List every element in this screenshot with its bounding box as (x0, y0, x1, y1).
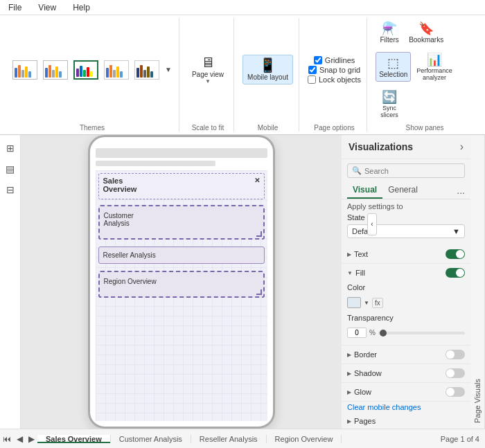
shadow-toggle[interactable] (446, 368, 465, 378)
transparency-slider[interactable] (378, 332, 465, 334)
sync-slicers-btn[interactable]: 🔄 Syncslicers (376, 87, 403, 121)
tab-sales-overview[interactable]: Sales Overview (37, 435, 111, 443)
page-visuals-label: Page Visuals (470, 135, 485, 429)
state-dropdown[interactable]: Default ▼ (347, 224, 465, 238)
shadow-section: ▶ Shadow (342, 364, 470, 383)
fill-section-header[interactable]: ▼ Fill (342, 264, 470, 282)
shadow-section-header[interactable]: ▶ Shadow (342, 364, 470, 382)
apply-settings-section: Apply settings to State Default ▼ (342, 199, 470, 245)
resize-handle[interactable] (256, 231, 262, 237)
color-dropdown-arrow[interactable]: ▼ (364, 300, 369, 306)
page-options-label: Page options (314, 121, 354, 132)
border-toggle[interactable] (446, 350, 465, 359)
theme-3-active[interactable] (72, 60, 100, 80)
panel-header: Visualizations › (342, 135, 470, 159)
fill-section-content: Color ▼ fx Transparency 0 % (342, 282, 470, 345)
search-icon: 🔍 (352, 166, 362, 175)
page-view-btn[interactable]: 🖥 Page view ▼ (188, 53, 228, 87)
page-view-label: Page view (192, 71, 224, 78)
border-section: ▶ Border (342, 346, 470, 364)
mobile-card-1[interactable]: Customer Analysis (98, 205, 265, 240)
border-section-label: ▶ Border (347, 350, 377, 359)
sidebar-icon-2[interactable]: ▤ (3, 161, 18, 177)
mobile-subbar (96, 161, 216, 166)
mobile-items: 📱 Mobile layout (242, 18, 293, 121)
mobile-layout-btn[interactable]: 📱 Mobile layout (242, 55, 293, 84)
search-box[interactable]: 🔍 (347, 163, 465, 178)
glow-toggle-knob (446, 388, 455, 396)
scale-label: Scale to fit (192, 121, 224, 132)
fill-toggle[interactable] (446, 268, 465, 278)
nav-first-btn[interactable]: ⏮ (0, 433, 14, 445)
sidebar-icon-3[interactable]: ⊟ (3, 182, 18, 197)
gridlines-label: Gridlines (325, 56, 355, 64)
resize-handle-2[interactable] (256, 289, 262, 295)
menu-help[interactable]: Help (70, 1, 93, 14)
theme-5[interactable] (133, 60, 161, 80)
bookmarks-btn[interactable]: 🔖 Bookmarks (406, 18, 446, 46)
panel-title: Visualizations (349, 141, 413, 152)
border-toggle-knob (446, 350, 455, 359)
shadow-chevron: ▶ (347, 370, 351, 377)
pages-section: ▶ Pages (342, 413, 470, 429)
lock-objects-label: Lock objects (319, 75, 361, 84)
tab-customer-analysis[interactable]: Customer Analysis (111, 435, 191, 443)
mobile-card-3[interactable]: Region Overview (98, 271, 265, 298)
nav-next-btn[interactable]: ▶ (26, 433, 37, 445)
canvas-area: Sales Overview ✕ Customer Analysis Resel… (21, 135, 342, 429)
performance-analyzer-btn[interactable]: 📊 Performanceanalyzer (414, 49, 455, 84)
color-box[interactable] (347, 297, 361, 308)
theme-1[interactable] (11, 60, 39, 80)
filters-btn[interactable]: ⚗️ Filters (376, 18, 403, 46)
transparency-input[interactable]: 0 (347, 328, 367, 338)
mobile-card-header[interactable]: Sales Overview ✕ (98, 173, 265, 199)
text-toggle-knob (456, 250, 464, 258)
pages-chevron: ▶ (347, 418, 351, 424)
sidebar-icon-1[interactable]: ⊞ (3, 141, 18, 156)
mobile-layout-label: Mobile layout (247, 73, 288, 81)
tab-visual[interactable]: Visual (347, 182, 382, 199)
show-panes-tools: ⚗️ Filters 🔖 Bookmarks ⬚ Selection 📊 Per… (376, 18, 474, 121)
selection-btn[interactable]: ⬚ Selection (376, 52, 411, 82)
theme-2[interactable] (42, 60, 69, 80)
tab-reseller-analysis[interactable]: Reseller Analysis (191, 435, 267, 443)
sync-slicers-icon: 🔄 (382, 89, 397, 105)
tab-region-overview[interactable]: Region Overview (267, 435, 342, 443)
clear-mobile-link-1[interactable]: Clear mobile changes (342, 402, 470, 413)
menu-view[interactable]: View (35, 1, 59, 14)
shadow-title: Shadow (354, 369, 382, 377)
mobile-card-2[interactable]: Reseller Analysis (98, 247, 265, 264)
mobile-card-header-bar: Sales Overview ✕ (103, 177, 260, 193)
theme-dropdown-arrow[interactable]: ▼ (164, 66, 173, 73)
show-panes-label: Show panes (406, 121, 444, 132)
text-toggle[interactable] (446, 249, 465, 259)
gridlines-check[interactable]: Gridlines (314, 56, 355, 64)
show-panes-group: ⚗️ Filters 🔖 Bookmarks ⬚ Selection 📊 Per… (370, 18, 479, 132)
performance-label: Performanceanalyzer (416, 67, 452, 81)
glow-section-header[interactable]: ▶ Glow (342, 383, 470, 401)
panel-close-btn[interactable]: › (460, 141, 464, 153)
main-area: ⊞ ▤ ⊟ Sales Overview ✕ (0, 135, 485, 429)
tab-general[interactable]: General (382, 182, 423, 199)
search-input[interactable] (364, 167, 460, 175)
border-section-header[interactable]: ▶ Border (342, 346, 470, 364)
pages-section-label: ▶ Pages (347, 417, 376, 425)
text-title: Text (354, 250, 368, 258)
collapse-panel-btn[interactable]: ‹ (367, 213, 377, 235)
fill-toggle-knob (456, 269, 464, 277)
lock-objects-check[interactable]: Lock objects (308, 75, 361, 84)
glow-toggle[interactable] (446, 387, 465, 397)
nav-prev-btn[interactable]: ◀ (14, 433, 26, 445)
theme-4[interactable] (103, 60, 130, 80)
mobile-close-icon[interactable]: ✕ (254, 177, 260, 184)
fx-button[interactable]: fx (372, 298, 383, 308)
border-chevron: ▶ (347, 352, 351, 358)
text-section-header[interactable]: ▶ Text (342, 245, 470, 263)
glow-chevron: ▶ (347, 389, 351, 395)
menu-file[interactable]: File (6, 1, 24, 14)
sync-slicers-label: Syncslicers (380, 105, 398, 118)
snap-to-grid-check[interactable]: Snap to grid (308, 66, 360, 74)
border-title: Border (354, 350, 377, 359)
panel-more-btn[interactable]: ... (457, 185, 465, 196)
pages-section-header[interactable]: ▶ Pages (342, 413, 470, 429)
